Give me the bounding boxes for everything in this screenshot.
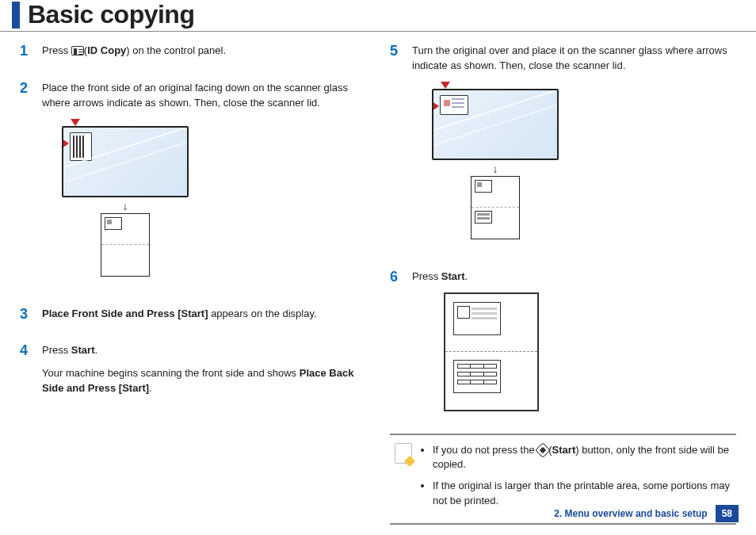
step-2: 2 Place the front side of an original fa… — [20, 81, 366, 292]
flow-arrow-icon: ↓ — [123, 201, 128, 212]
right-column: 5 Turn the original over and place it on… — [390, 44, 736, 525]
step-number: 4 — [20, 343, 31, 404]
mini-card-front-icon — [105, 217, 122, 230]
step2-text: Place the front side of an original faci… — [42, 81, 366, 111]
page-header: Basic copying — [0, 0, 756, 32]
result-paper — [444, 292, 539, 411]
result-card-back-icon — [453, 360, 501, 393]
note1-a: If you do not press the — [433, 444, 537, 456]
step6-a: Press — [412, 270, 441, 282]
step-3: 3 Place Front Side and Press [Start] app… — [20, 307, 366, 330]
step-body: Place Front Side and Press [Start] appea… — [42, 307, 366, 330]
content-columns: 1 Press (ID Copy) on the control panel. … — [0, 32, 756, 525]
step4-d: Your machine begins scanning the front s… — [42, 367, 300, 379]
step-body: Press Start. Your machine begins scannin… — [42, 343, 366, 404]
step5-text: Turn the original over and place it on t… — [412, 44, 736, 74]
step4-a: Press — [42, 344, 71, 356]
output-paper — [471, 176, 520, 239]
step-number: 2 — [20, 81, 31, 292]
header-accent-block — [12, 2, 20, 29]
step-number: 1 — [20, 44, 31, 67]
mini-card-back-icon — [475, 211, 492, 224]
step-6: 6 Press Start. — [390, 269, 736, 419]
scanner-diagram-front: ↓ — [58, 119, 193, 277]
step-body: Press (ID Copy) on the control panel. — [42, 44, 366, 67]
scanner-glass — [432, 89, 559, 160]
arrow-down-icon — [71, 119, 80, 126]
note1-b: Start — [552, 444, 576, 456]
output-paper — [101, 213, 150, 277]
scanner-glass — [62, 126, 189, 197]
chapter-label: 2. Menu overview and basic setup — [554, 508, 707, 519]
flow-arrow-icon: ↓ — [493, 163, 498, 174]
note-bullet-1: If you do not press the (Start) button, … — [433, 443, 731, 473]
page-title: Basic copying — [28, 0, 194, 29]
step-number: 3 — [20, 307, 31, 330]
step1-text-c: ) on the control panel. — [126, 44, 226, 56]
result-card-front-icon — [453, 302, 501, 335]
id-card-back-on-glass — [440, 95, 468, 115]
step3-bold: Place Front Side and Press [Start] — [42, 308, 208, 319]
arrow-right-icon — [62, 139, 69, 148]
step-body: Press Start. — [412, 269, 736, 419]
step-body: Turn the original over and place it on t… — [412, 44, 736, 255]
step4-b: Start — [71, 344, 95, 356]
step1-text-a: Press — [42, 44, 71, 56]
step6-b: Start — [441, 270, 465, 282]
step-number: 5 — [390, 44, 401, 255]
arrow-down-icon — [441, 82, 450, 89]
step6-c: . — [464, 270, 468, 282]
left-column: 1 Press (ID Copy) on the control panel. … — [20, 44, 366, 525]
step4-c: . — [94, 344, 97, 356]
mini-card-front-icon — [475, 180, 492, 193]
page-number: 58 — [716, 505, 739, 522]
id-copy-icon — [71, 46, 84, 55]
arrow-right-icon — [432, 101, 439, 111]
step1-bold: ID Copy — [87, 44, 126, 56]
scanner-diagram-back: ↓ — [428, 82, 563, 239]
step3-text: appears on the display. — [208, 308, 317, 319]
step-body: Place the front side of an original faci… — [42, 81, 366, 292]
id-card-on-glass — [70, 132, 92, 161]
result-diagram — [444, 292, 736, 411]
step4-f: . — [149, 382, 152, 394]
step-4: 4 Press Start. Your machine begins scann… — [20, 343, 366, 404]
step-5: 5 Turn the original over and place it on… — [390, 44, 736, 255]
step-number: 6 — [390, 269, 401, 419]
start-icon — [535, 442, 551, 458]
step-1: 1 Press (ID Copy) on the control panel. — [20, 44, 366, 67]
page-footer: 2. Menu overview and basic setup 58 — [554, 505, 739, 522]
note-icon — [395, 443, 412, 464]
